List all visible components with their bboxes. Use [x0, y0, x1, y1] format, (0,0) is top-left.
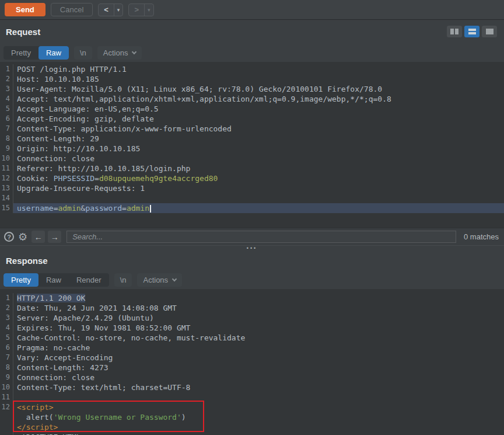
- line-number: 8: [0, 134, 13, 144]
- request-header: Request: [0, 20, 504, 43]
- line-number: 11: [0, 392, 13, 402]
- code-line[interactable]: 4Accept: text/html,application/xhtml+xml…: [0, 94, 504, 104]
- code-line[interactable]: 1POST /login.php HTTP/1.1: [0, 64, 504, 74]
- line-number: 13: [0, 183, 13, 193]
- response-newline-toggle[interactable]: \n: [114, 273, 132, 287]
- code-line[interactable]: 12Cookie: PHPSESSID=d08upquemehq9gte4acc…: [0, 173, 504, 183]
- search-input[interactable]: [66, 231, 456, 243]
- code-line[interactable]: 8Content-Length: 29: [0, 134, 504, 144]
- request-view-tabs: Pretty Raw: [4, 46, 69, 60]
- code-line[interactable]: 14: [0, 193, 504, 203]
- line-number: 3: [0, 313, 13, 323]
- response-header: Response: [0, 250, 504, 270]
- line-number: 1: [0, 64, 13, 74]
- toolbar: Send Cancel < ▾ > ▾: [0, 0, 504, 20]
- forward-dropdown-icon[interactable]: ▾: [144, 4, 153, 16]
- response-actions-label: Actions: [143, 276, 168, 284]
- gear-icon[interactable]: ⚙: [18, 232, 27, 242]
- response-tab-render[interactable]: Render: [69, 273, 109, 287]
- code-line[interactable]: 4Expires: Thu, 19 Nov 1981 08:52:00 GMT: [0, 323, 504, 333]
- request-actions-button[interactable]: Actions: [97, 46, 142, 60]
- response-tab-pretty[interactable]: Pretty: [4, 273, 38, 287]
- columns-layout-icon: [450, 29, 459, 34]
- request-newline-toggle[interactable]: \n: [74, 46, 92, 60]
- code-line[interactable]: 10Connection: close: [0, 154, 504, 163]
- line-number: [0, 432, 13, 435]
- search-prev-button[interactable]: ←: [32, 231, 45, 243]
- line-number: 4: [0, 94, 13, 104]
- search-next-button[interactable]: →: [48, 231, 61, 243]
- code-line[interactable]: 5Cache-Control: no-store, no-cache, must…: [0, 333, 504, 343]
- chevron-down-icon: [172, 276, 177, 281]
- request-tab-pretty[interactable]: Pretty: [4, 46, 38, 60]
- back-dropdown-icon[interactable]: ▾: [114, 4, 123, 16]
- request-editor[interactable]: 1POST /login.php HTTP/1.12Host: 10.10.10…: [0, 62, 504, 228]
- code-line[interactable]: 9Connection: close: [0, 373, 504, 382]
- panel-splitter[interactable]: •••: [0, 245, 504, 250]
- drag-handle-icon: •••: [247, 247, 257, 249]
- send-button[interactable]: Send: [5, 3, 46, 16]
- layout-single-button[interactable]: [482, 26, 497, 37]
- code-line[interactable]: </script>: [0, 422, 504, 432]
- code-line[interactable]: 15username=admin&password=admin: [0, 203, 504, 213]
- line-number: 7: [0, 353, 13, 363]
- line-number: 6: [0, 114, 13, 124]
- line-number: 2: [0, 303, 13, 313]
- request-tab-bar: Pretty Raw \n Actions: [0, 43, 504, 62]
- code-line[interactable]: 6Pragma: no-cache: [0, 343, 504, 353]
- response-title: Response: [6, 256, 48, 266]
- line-number: 5: [0, 333, 13, 343]
- code-line[interactable]: 11Referer: http://10.10.10.185/login.php: [0, 163, 504, 173]
- line-number: 9: [0, 144, 13, 154]
- forward-button[interactable]: >: [129, 4, 144, 16]
- layout-rows-button[interactable]: [464, 26, 480, 37]
- search-bar: ? ⚙ ← → 0 matches: [0, 228, 504, 245]
- match-count: 0 matches: [459, 232, 500, 241]
- cancel-button[interactable]: Cancel: [51, 3, 93, 16]
- request-panel: Request Pretty Raw \n Actions: [0, 20, 504, 250]
- code-line[interactable]: 5Accept-Language: en-US,en;q=0.5: [0, 104, 504, 114]
- line-number: 11: [0, 163, 13, 173]
- burp-repeater-panel: Send Cancel < ▾ > ▾ Request: [0, 0, 504, 435]
- code-line[interactable]: alert('Wrong Username or Password'): [0, 412, 504, 422]
- code-line[interactable]: 3User-Agent: Mozilla/5.0 (X11; Linux x86…: [0, 84, 504, 94]
- line-number: 5: [0, 104, 13, 114]
- history-forward-group: > ▾: [128, 4, 153, 16]
- code-line[interactable]: <!DOCTYPE HTML>: [0, 432, 504, 435]
- code-line[interactable]: 12<script>: [0, 402, 504, 412]
- response-tab-raw[interactable]: Raw: [38, 273, 69, 287]
- line-number: 10: [0, 382, 13, 392]
- line-number: 3: [0, 84, 13, 94]
- layout-columns-button[interactable]: [447, 26, 462, 37]
- line-number: 14: [0, 193, 13, 203]
- code-line[interactable]: 7Content-Type: application/x-www-form-ur…: [0, 124, 504, 134]
- response-editor[interactable]: 1HTTP/1.1 200 OK2Date: Thu, 24 Jun 2021 …: [0, 289, 504, 435]
- single-pane-icon: [486, 29, 494, 34]
- code-line[interactable]: 2Date: Thu, 24 Jun 2021 14:08:08 GMT: [0, 303, 504, 313]
- line-number: 9: [0, 373, 13, 382]
- layout-buttons: [447, 26, 497, 37]
- code-line[interactable]: 9Origin: http://10.10.10.185: [0, 144, 504, 154]
- response-actions-button[interactable]: Actions: [137, 273, 182, 287]
- code-line[interactable]: 10Content-Type: text/html; charset=UTF-8: [0, 382, 504, 392]
- response-tab-bar: Pretty Raw Render \n Actions: [0, 270, 504, 289]
- code-line[interactable]: 6Accept-Encoding: gzip, deflate: [0, 114, 504, 124]
- code-line[interactable]: 13Upgrade-Insecure-Requests: 1: [0, 183, 504, 193]
- help-icon[interactable]: ?: [4, 232, 14, 242]
- line-number: 12: [0, 402, 13, 412]
- code-line[interactable]: 1HTTP/1.1 200 OK: [0, 293, 504, 303]
- line-number: 15: [0, 203, 13, 213]
- response-code: 1HTTP/1.1 200 OK2Date: Thu, 24 Jun 2021 …: [0, 293, 504, 435]
- chevron-down-icon: [132, 49, 136, 54]
- code-line[interactable]: 3Server: Apache/2.4.29 (Ubuntu): [0, 313, 504, 323]
- request-tab-raw[interactable]: Raw: [38, 46, 69, 60]
- code-line[interactable]: 11: [0, 392, 504, 402]
- rows-layout-icon: [468, 29, 476, 34]
- back-button[interactable]: <: [99, 4, 114, 16]
- line-number: 8: [0, 363, 13, 373]
- code-line[interactable]: 7Vary: Accept-Encoding: [0, 353, 504, 363]
- code-line[interactable]: 2Host: 10.10.10.185: [0, 74, 504, 84]
- line-number: 10: [0, 154, 13, 163]
- code-line[interactable]: 8Content-Length: 4273: [0, 363, 504, 373]
- request-title: Request: [6, 27, 40, 37]
